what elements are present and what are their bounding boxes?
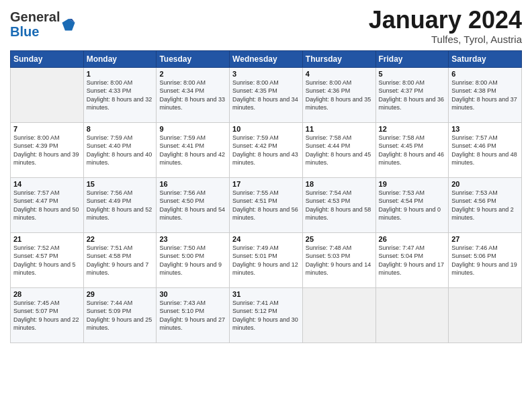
calendar-cell: 16Sunrise: 7:56 AMSunset: 4:50 PMDayligh… [157,177,230,232]
day-info: Sunrise: 7:59 AMSunset: 4:41 PMDaylight:… [159,134,226,167]
calendar-cell: 31Sunrise: 7:41 AMSunset: 5:12 PMDayligh… [230,287,303,342]
calendar-week-row: 28Sunrise: 7:45 AMSunset: 5:07 PMDayligh… [11,287,522,342]
day-number: 27 [451,235,519,243]
day-number: 23 [159,235,226,243]
header-saturday: Saturday [449,50,522,67]
calendar-cell [375,287,449,342]
calendar-cell: 23Sunrise: 7:50 AMSunset: 5:00 PMDayligh… [157,232,230,287]
day-number: 15 [87,180,154,188]
day-number: 14 [13,180,81,188]
day-info: Sunrise: 8:00 AMSunset: 4:35 PMDaylight:… [232,79,300,112]
day-info: Sunrise: 7:58 AMSunset: 4:45 PMDaylight:… [379,134,446,167]
day-number: 1 [87,70,154,78]
day-number: 4 [306,70,373,78]
day-number: 13 [451,125,519,133]
day-info: Sunrise: 7:57 AMSunset: 4:47 PMDaylight:… [13,189,81,222]
day-number: 7 [13,125,81,133]
day-info: Sunrise: 7:58 AMSunset: 4:44 PMDaylight:… [306,134,373,167]
calendar-cell: 15Sunrise: 7:56 AMSunset: 4:49 PMDayligh… [83,177,157,232]
logo-general: General [10,9,60,24]
day-info: Sunrise: 7:49 AMSunset: 5:01 PMDaylight:… [232,244,300,277]
day-info: Sunrise: 8:00 AMSunset: 4:34 PMDaylight:… [159,79,226,112]
day-info: Sunrise: 7:57 AMSunset: 4:46 PMDaylight:… [451,134,519,167]
calendar-cell: 13Sunrise: 7:57 AMSunset: 4:46 PMDayligh… [449,122,522,177]
calendar-cell [449,287,522,342]
calendar-week-row: 14Sunrise: 7:57 AMSunset: 4:47 PMDayligh… [11,177,522,232]
calendar-cell: 12Sunrise: 7:58 AMSunset: 4:45 PMDayligh… [375,122,449,177]
calendar-cell: 3Sunrise: 8:00 AMSunset: 4:35 PMDaylight… [230,67,303,122]
calendar-cell: 28Sunrise: 7:45 AMSunset: 5:07 PMDayligh… [11,287,84,342]
day-info: Sunrise: 7:53 AMSunset: 4:54 PMDaylight:… [379,189,446,222]
day-number: 16 [159,180,226,188]
calendar-cell: 25Sunrise: 7:48 AMSunset: 5:03 PMDayligh… [302,232,375,287]
day-number: 17 [232,180,300,188]
day-number: 8 [87,125,154,133]
calendar-cell: 4Sunrise: 8:00 AMSunset: 4:36 PMDaylight… [302,67,375,122]
day-info: Sunrise: 7:59 AMSunset: 4:42 PMDaylight:… [232,134,300,167]
calendar-cell: 1Sunrise: 8:00 AMSunset: 4:33 PMDaylight… [83,67,157,122]
day-number: 3 [232,70,300,78]
day-number: 26 [379,235,446,243]
header-thursday: Thursday [302,50,375,67]
calendar-week-row: 21Sunrise: 7:52 AMSunset: 4:57 PMDayligh… [11,232,522,287]
calendar-cell: 20Sunrise: 7:53 AMSunset: 4:56 PMDayligh… [449,177,522,232]
calendar-cell: 5Sunrise: 8:00 AMSunset: 4:37 PMDaylight… [375,67,449,122]
day-number: 18 [306,180,373,188]
header-wednesday: Wednesday [230,50,303,67]
calendar-cell: 10Sunrise: 7:59 AMSunset: 4:42 PMDayligh… [230,122,303,177]
calendar-cell: 26Sunrise: 7:47 AMSunset: 5:04 PMDayligh… [375,232,449,287]
day-info: Sunrise: 7:52 AMSunset: 4:57 PMDaylight:… [13,244,81,277]
header-friday: Friday [375,50,449,67]
day-info: Sunrise: 7:41 AMSunset: 5:12 PMDaylight:… [232,299,300,332]
calendar-cell: 30Sunrise: 7:43 AMSunset: 5:10 PMDayligh… [157,287,230,342]
day-info: Sunrise: 8:00 AMSunset: 4:37 PMDaylight:… [379,79,446,112]
day-info: Sunrise: 7:53 AMSunset: 4:56 PMDaylight:… [451,189,519,222]
calendar-cell: 18Sunrise: 7:54 AMSunset: 4:53 PMDayligh… [302,177,375,232]
day-number: 6 [451,70,519,78]
day-info: Sunrise: 7:48 AMSunset: 5:03 PMDaylight:… [306,244,373,277]
day-info: Sunrise: 7:56 AMSunset: 4:50 PMDaylight:… [159,189,226,222]
header-sunday: Sunday [11,50,84,67]
calendar-cell: 8Sunrise: 7:59 AMSunset: 4:40 PMDaylight… [83,122,157,177]
calendar-week-row: 1Sunrise: 8:00 AMSunset: 4:33 PMDaylight… [11,67,522,122]
day-info: Sunrise: 8:00 AMSunset: 4:33 PMDaylight:… [87,79,154,112]
day-info: Sunrise: 7:59 AMSunset: 4:40 PMDaylight:… [87,134,154,167]
calendar-cell: 11Sunrise: 7:58 AMSunset: 4:44 PMDayligh… [302,122,375,177]
header: General Blue January 2024 Tulfes, Tyrol,… [10,7,522,45]
header-monday: Monday [83,50,157,67]
calendar-cell: 17Sunrise: 7:55 AMSunset: 4:51 PMDayligh… [230,177,303,232]
day-info: Sunrise: 8:00 AMSunset: 4:36 PMDaylight:… [306,79,373,112]
day-info: Sunrise: 7:47 AMSunset: 5:04 PMDaylight:… [379,244,446,277]
calendar-cell: 2Sunrise: 8:00 AMSunset: 4:34 PMDaylight… [157,67,230,122]
day-number: 9 [159,125,226,133]
weekday-header-row: Sunday Monday Tuesday Wednesday Thursday… [11,50,522,67]
day-number: 24 [232,235,300,243]
day-number: 2 [159,70,226,78]
month-title: January 2024 [369,7,522,34]
calendar-cell: 6Sunrise: 8:00 AMSunset: 4:38 PMDaylight… [449,67,522,122]
day-info: Sunrise: 8:00 AMSunset: 4:39 PMDaylight:… [13,134,81,167]
logo-blue: Blue [10,24,39,39]
logo-icon [61,17,76,32]
calendar-cell: 14Sunrise: 7:57 AMSunset: 4:47 PMDayligh… [11,177,84,232]
day-info: Sunrise: 7:45 AMSunset: 5:07 PMDaylight:… [13,299,81,332]
day-number: 29 [87,290,154,298]
day-number: 12 [379,125,446,133]
day-number: 10 [232,125,300,133]
calendar-container: General Blue January 2024 Tulfes, Tyrol,… [0,0,532,350]
day-info: Sunrise: 7:55 AMSunset: 4:51 PMDaylight:… [232,189,300,222]
day-info: Sunrise: 7:44 AMSunset: 5:09 PMDaylight:… [87,299,154,332]
day-number: 21 [13,235,81,243]
day-number: 25 [306,235,373,243]
logo: General Blue [10,9,76,39]
day-info: Sunrise: 7:56 AMSunset: 4:49 PMDaylight:… [87,189,154,222]
day-number: 28 [13,290,81,298]
day-info: Sunrise: 7:43 AMSunset: 5:10 PMDaylight:… [159,299,226,332]
calendar-cell: 22Sunrise: 7:51 AMSunset: 4:58 PMDayligh… [83,232,157,287]
calendar-cell: 19Sunrise: 7:53 AMSunset: 4:54 PMDayligh… [375,177,449,232]
header-tuesday: Tuesday [157,50,230,67]
day-number: 20 [451,180,519,188]
location: Tulfes, Tyrol, Austria [369,34,522,45]
calendar-cell: 21Sunrise: 7:52 AMSunset: 4:57 PMDayligh… [11,232,84,287]
calendar-cell [11,67,84,122]
